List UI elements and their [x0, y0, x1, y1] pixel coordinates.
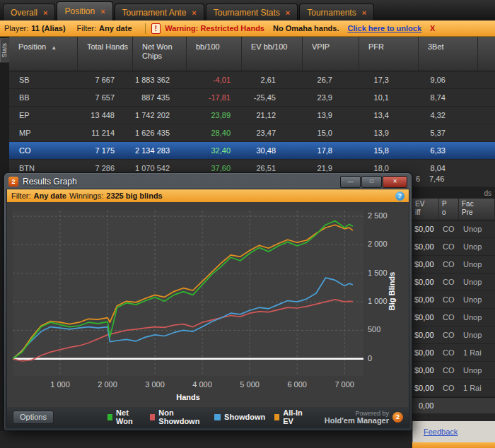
panel-column-header[interactable]: EViff: [412, 199, 439, 220]
options-button[interactable]: Options: [13, 411, 54, 424]
table-header-row: Position▲Total HandsNet Won Chipsbb/100E…: [9, 37, 495, 71]
warning-icon: !: [151, 23, 161, 34]
panel-total-row: 0,00: [412, 397, 495, 413]
stat-cell: 26,7: [303, 76, 359, 84]
tab-tournaments[interactable]: Tournaments×: [299, 4, 374, 20]
window-body: Filter: Any date Winnings: 2325 big blin…: [6, 189, 409, 428]
legend-swatch: [274, 414, 279, 420]
stat-cell: 10,1: [359, 93, 419, 102]
column-header-3bet[interactable]: 3Bet: [419, 37, 478, 71]
x-tick-label: 6 000: [281, 380, 313, 389]
maximize-button[interactable]: □: [361, 176, 382, 188]
panel-column-header[interactable]: Po: [439, 199, 459, 220]
column-header-total-hands[interactable]: Total Hands: [78, 37, 133, 71]
table-row-sb[interactable]: SB7 6671 883 362-4,012,6126,717,39,06: [9, 71, 495, 89]
hand-ev-diff: $0,00: [412, 366, 439, 375]
legend-item-showdown[interactable]: Showdown: [214, 413, 265, 421]
stat-cell: 15,0: [303, 129, 359, 137]
tab-tournament-ante[interactable]: Tournament Ante×: [115, 4, 204, 20]
stat-cell: 30,48: [242, 146, 303, 155]
table-row-ep[interactable]: EP13 4481 742 20223,8921,1213,913,44,32: [9, 107, 495, 124]
stat-cell: 4,32: [419, 111, 478, 119]
hand-row[interactable]: $0,00COUnop: [412, 291, 495, 309]
y-tick-label: 2 500: [368, 211, 388, 220]
stat-cell: 21,12: [242, 111, 303, 119]
column-header-net-won-chips[interactable]: Net Won Chips: [133, 37, 187, 71]
tab-close-icon[interactable]: ×: [362, 8, 366, 17]
y-tick-label: 2 000: [368, 240, 388, 248]
warning-close-button[interactable]: X: [430, 24, 435, 33]
x-tick-label: 3 000: [139, 380, 170, 389]
tab-close-icon[interactable]: ×: [100, 7, 105, 16]
column-header-vpip[interactable]: VPIP: [303, 37, 359, 71]
position-cell: MP: [9, 129, 78, 137]
window-controls: — □ ✕: [340, 176, 407, 188]
panel-fragment: ds: [484, 189, 491, 197]
hand-position: CO: [439, 348, 459, 357]
stat-cell: 8,04: [419, 164, 478, 172]
info-icon[interactable]: ?: [395, 191, 404, 201]
hand-facing: Unop: [459, 242, 495, 251]
stat-cell: 887 435: [133, 93, 187, 102]
position-cell: EP: [9, 111, 78, 119]
tab-overall[interactable]: Overall×: [3, 4, 55, 20]
hand-row[interactable]: $0,00CO1 Rai: [412, 344, 495, 362]
stat-cell: 11 214: [78, 129, 133, 137]
partial-value: 6: [416, 175, 420, 183]
hand-row[interactable]: $0,00COUnop: [412, 256, 495, 273]
minimize-button[interactable]: —: [340, 176, 361, 188]
tab-tournament-stats[interactable]: Tournament Stats×: [206, 4, 298, 20]
stat-cell: 37,60: [187, 164, 242, 172]
hand-ev-diff: $0,00: [412, 242, 439, 251]
tab-close-icon[interactable]: ×: [192, 8, 196, 17]
hand-facing: 1 Rai: [459, 348, 495, 357]
hand-row[interactable]: $0,00COUnop: [412, 273, 495, 291]
table-row-co[interactable]: CO7 1752 134 28332,4030,4817,815,86,33: [9, 142, 495, 160]
column-header-position[interactable]: Position▲: [9, 37, 78, 71]
window-footer: Options Net WonNon ShowdownShowdownAll-I…: [7, 407, 409, 427]
tab-label: Position: [64, 6, 95, 16]
hand-row[interactable]: $0,00COUnop: [412, 362, 495, 379]
unlock-link[interactable]: Click here to unlock: [348, 24, 422, 33]
column-header-bb-100[interactable]: bb/100: [187, 37, 242, 71]
close-button[interactable]: ✕: [383, 176, 407, 188]
hand-ev-diff: $0,00: [412, 313, 439, 322]
tab-position[interactable]: Position×: [57, 1, 112, 20]
table-body: SB7 6671 883 362-4,012,6126,717,39,06BB7…: [9, 71, 495, 177]
hand-row[interactable]: $0,00COUnop: [412, 238, 495, 256]
table-row-bb[interactable]: BB7 657887 435-17,81-25,4523,910,18,74: [9, 89, 495, 107]
legend-item-all-in-ev[interactable]: All-In EV: [274, 408, 308, 425]
legend-item-net-won[interactable]: Net Won: [107, 408, 141, 425]
graph-filter-label: Filter:: [11, 191, 31, 200]
tab-close-icon[interactable]: ×: [286, 8, 290, 17]
hand-position: CO: [439, 225, 459, 233]
stats-vertical-tab[interactable]: Stats: [0, 38, 9, 63]
hand-row[interactable]: $0,00COUnop: [412, 309, 495, 326]
hand-row[interactable]: $0,00COUnop: [412, 220, 495, 238]
column-header-pfr[interactable]: PFR: [359, 37, 419, 71]
hand-ev-diff: $0,00: [412, 348, 439, 357]
hm2-logo-icon: 2: [392, 412, 403, 423]
feedback-link[interactable]: Feedback: [424, 428, 458, 436]
legend-item-non-showdown[interactable]: Non Showdown: [150, 408, 205, 425]
hand-row[interactable]: $0,00COUnop: [412, 326, 495, 344]
x-axis-labels: 1 0002 0003 0004 0005 0006 0007 000: [13, 380, 363, 390]
x-tick-label: 5 000: [234, 380, 265, 389]
column-header-ev-bb-100[interactable]: EV bb/100: [242, 37, 303, 71]
panel-header-line: EV: [415, 200, 438, 208]
hand-row[interactable]: $0,00CO1 Rai: [412, 379, 495, 397]
hand-ev-diff: $0,00: [412, 295, 439, 304]
legend-swatch: [150, 414, 155, 420]
window-titlebar[interactable]: 2 Results Graph — □ ✕: [6, 175, 409, 189]
player-value: 11 (Alias): [31, 24, 65, 33]
filter-value[interactable]: Any date: [99, 24, 132, 33]
legend-label: Showdown: [224, 413, 265, 421]
panel-column-header[interactable]: FacPre: [459, 199, 495, 220]
panel-header-line: Pre: [462, 208, 494, 217]
stat-cell: 7 286: [78, 164, 133, 172]
panel-header-line: P: [442, 200, 458, 208]
warning-detail: No Omaha hands.: [273, 24, 339, 33]
column-header-label: 3Bet: [428, 42, 444, 51]
tab-close-icon[interactable]: ×: [43, 8, 47, 17]
table-row-mp[interactable]: MP11 2141 626 43528,4023,4715,013,95,37: [9, 124, 495, 142]
